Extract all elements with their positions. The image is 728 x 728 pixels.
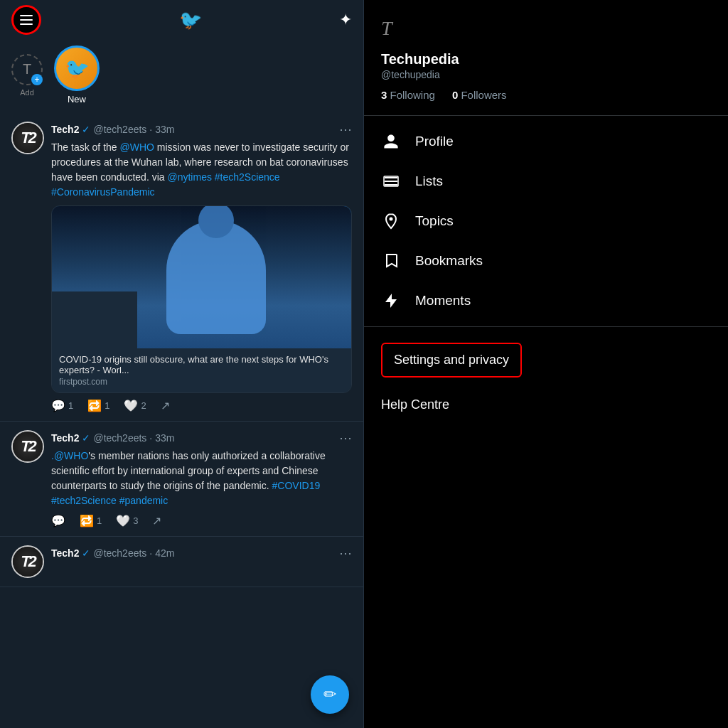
- compose-icon: ✏: [323, 685, 336, 704]
- following-count: 3: [381, 89, 387, 101]
- tweet-card[interactable]: COVID-19 origins still obscure, what are…: [51, 205, 352, 393]
- reply-button[interactable]: 💬: [51, 514, 65, 528]
- lists-icon: [381, 173, 401, 190]
- tweet-meta: Tech2 ✓ @tech2eets · 33m: [51, 124, 174, 135]
- sidebar-item-settings[interactable]: Settings and privacy: [364, 333, 728, 387]
- card-title: COVID-19 origins still obscure, what are…: [59, 354, 344, 375]
- tweet-header: Tech2 ✓ @tech2eets · 33m ⋯: [51, 122, 352, 137]
- menu-button[interactable]: [11, 5, 41, 35]
- tweet-header: Tech2 ✓ @tech2eets · 33m ⋯: [51, 430, 352, 446]
- retweet-button[interactable]: 🔁 1: [87, 399, 109, 412]
- sparkle-icon[interactable]: ✦: [339, 11, 352, 29]
- hashtag-tech2science2[interactable]: #tech2Science: [51, 495, 117, 506]
- bolt-icon: [381, 292, 401, 309]
- sidebar-item-help[interactable]: Help Centre: [364, 387, 728, 422]
- sidebar-item-bookmarks[interactable]: Bookmarks: [364, 241, 728, 281]
- add-account-item[interactable]: T + Add: [11, 54, 43, 97]
- table-row: T2 Tech2 ✓ @tech2eets · 42m ⋯: [0, 537, 363, 587]
- avatar-text: T2: [13, 123, 43, 153]
- tweet-time: · 42m: [149, 547, 174, 559]
- sidebar-item-lists[interactable]: Lists: [364, 161, 728, 201]
- lab-shelf: [52, 291, 137, 348]
- bookmark-icon: [381, 252, 401, 269]
- lab-figure: [166, 220, 266, 334]
- tweet-content: Tech2 ✓ @tech2eets · 42m ⋯: [51, 545, 352, 578]
- avatar: T2: [11, 545, 44, 578]
- tweet-content: Tech2 ✓ @tech2eets · 33m ⋯ The task of t…: [51, 122, 352, 412]
- twitter-logo: 🐦: [179, 9, 202, 31]
- tweet-feed: T2 Tech2 ✓ @tech2eets · 33m ⋯ The task o…: [0, 113, 363, 587]
- verified-icon: ✓: [82, 124, 90, 135]
- mention-nytimes[interactable]: @nytimes: [167, 171, 211, 183]
- hashtag-covid19[interactable]: #COVID19: [272, 480, 321, 491]
- tweet-content: Tech2 ✓ @tech2eets · 33m ⋯ .@WHO's membe…: [51, 430, 352, 528]
- more-options-button[interactable]: ⋯: [339, 545, 352, 561]
- sidebar-item-profile[interactable]: Profile: [364, 122, 728, 161]
- tweet-text: .@WHO's member nations has only authoriz…: [51, 449, 352, 508]
- sidebar-item-moments[interactable]: Moments: [364, 281, 728, 321]
- sidebar-menu: T Techupedia @techupedia 3 Following 0 F…: [364, 0, 728, 728]
- retweet-icon: 🔁: [87, 399, 102, 412]
- profile-name: Techupedia: [381, 51, 711, 68]
- followers-label: Followers: [461, 89, 506, 101]
- profile-section: T Techupedia @techupedia 3 Following 0 F…: [364, 0, 728, 116]
- tweet-image: [52, 206, 351, 348]
- more-options-button[interactable]: ⋯: [339, 430, 352, 446]
- like-count: 2: [141, 400, 146, 411]
- compose-fab-button[interactable]: ✏: [311, 675, 349, 714]
- reply-count: 1: [68, 400, 73, 411]
- sidebar-item-topics[interactable]: Topics: [364, 201, 728, 241]
- heart-icon: 🤍: [124, 399, 138, 412]
- add-label: Add: [20, 88, 34, 97]
- hashtag-tech2science[interactable]: #tech2Science: [215, 171, 280, 183]
- retweet-count: 1: [97, 515, 102, 526]
- add-account-icon: T +: [11, 54, 43, 85]
- following-stat[interactable]: 3 Following: [381, 89, 435, 101]
- profile-handle: @techupedia: [381, 69, 711, 80]
- hashtag-coronavirus[interactable]: #CoronavirusPandemic: [51, 186, 155, 198]
- retweet-button[interactable]: 🔁 1: [80, 514, 102, 528]
- tweet-author-name: Tech2: [51, 547, 79, 559]
- reply-button[interactable]: 💬 1: [51, 399, 73, 412]
- mention-who[interactable]: @WHO: [120, 141, 154, 153]
- hamburger-icon: [20, 15, 33, 25]
- like-button[interactable]: 🤍 2: [124, 399, 146, 412]
- avatar: T2: [11, 430, 44, 463]
- retweet-icon: 🔁: [80, 514, 94, 528]
- t-letter-icon: T: [23, 61, 31, 77]
- tweet-handle: @tech2eets: [93, 547, 146, 559]
- tweet-author-name: Tech2: [51, 432, 79, 444]
- help-label: Help Centre: [381, 397, 449, 412]
- tweet-author-name: Tech2: [51, 124, 79, 135]
- new-account-avatar: 🐦: [54, 46, 100, 91]
- plus-badge: +: [31, 74, 43, 85]
- top-bar: 🐦 ✦: [0, 0, 363, 40]
- table-row: T2 Tech2 ✓ @tech2eets · 33m ⋯ .@WHO's me…: [0, 422, 363, 537]
- followers-count: 0: [452, 89, 458, 101]
- tweet-actions: 💬 1 🔁 1 🤍 2 ↗: [51, 399, 352, 412]
- tweet-handle: @tech2eets: [93, 124, 146, 135]
- new-account-item[interactable]: 🐦 New: [54, 46, 100, 105]
- topics-icon: [381, 213, 401, 230]
- share-button[interactable]: ↗: [161, 399, 170, 412]
- tweet-meta: Tech2 ✓ @tech2eets · 42m: [51, 547, 174, 559]
- avatar-text: T2: [13, 547, 43, 577]
- tweet-time: · 33m: [149, 124, 174, 135]
- tweet-actions: 💬 🔁 1 🤍 3 ↗: [51, 514, 352, 528]
- share-icon: ↗: [152, 514, 161, 528]
- retweet-count: 1: [105, 400, 109, 411]
- followers-stat[interactable]: 0 Followers: [452, 89, 507, 101]
- profile-t-logo: T: [381, 17, 711, 40]
- mention-who2[interactable]: .@WHO: [51, 450, 88, 461]
- hashtag-pandemic[interactable]: #pandemic: [119, 495, 168, 506]
- sidebar-item-label: Profile: [415, 134, 454, 149]
- share-button[interactable]: ↗: [152, 514, 161, 528]
- avatar-text: T2: [13, 432, 43, 461]
- like-button[interactable]: 🤍 3: [116, 514, 138, 528]
- more-options-button[interactable]: ⋯: [339, 122, 352, 137]
- share-icon: ↗: [161, 399, 170, 412]
- table-row: T2 Tech2 ✓ @tech2eets · 33m ⋯ The task o…: [0, 113, 363, 422]
- verified-icon: ✓: [82, 432, 90, 444]
- settings-label: Settings and privacy: [394, 353, 509, 367]
- like-count: 3: [133, 515, 138, 526]
